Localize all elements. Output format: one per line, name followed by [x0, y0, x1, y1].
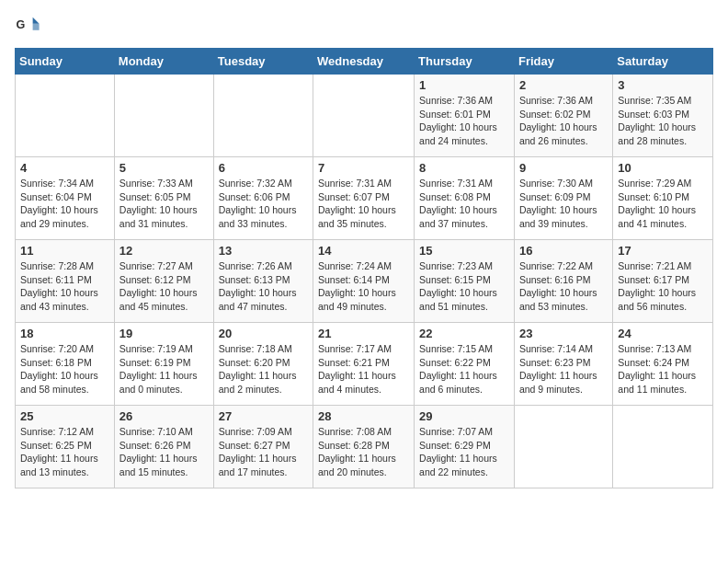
- calendar-cell: 15Sunrise: 7:23 AMSunset: 6:15 PMDayligh…: [415, 240, 515, 323]
- day-detail: Sunrise: 7:13 AMSunset: 6:24 PMDaylight:…: [618, 342, 708, 396]
- week-row-5: 25Sunrise: 7:12 AMSunset: 6:25 PMDayligh…: [16, 406, 713, 488]
- day-number: 1: [419, 78, 509, 92]
- day-detail: Sunrise: 7:27 AMSunset: 6:12 PMDaylight:…: [119, 259, 209, 314]
- day-detail: Sunrise: 7:35 AMSunset: 6:03 PMDaylight:…: [618, 94, 708, 148]
- day-detail: Sunrise: 7:09 AMSunset: 6:27 PMDaylight:…: [219, 425, 308, 479]
- day-detail: Sunrise: 7:20 AMSunset: 6:18 PMDaylight:…: [20, 342, 109, 396]
- day-number: 12: [119, 244, 209, 258]
- day-number: 24: [618, 327, 708, 340]
- day-detail: Sunrise: 7:12 AMSunset: 6:25 PMDaylight:…: [20, 425, 109, 479]
- calendar-cell: 21Sunrise: 7:17 AMSunset: 6:21 PMDayligh…: [313, 323, 415, 406]
- calendar-cell: 23Sunrise: 7:14 AMSunset: 6:23 PMDayligh…: [514, 323, 612, 406]
- calendar-cell: 6Sunrise: 7:32 AMSunset: 6:06 PMDaylight…: [213, 157, 313, 240]
- day-detail: Sunrise: 7:36 AMSunset: 6:02 PMDaylight:…: [519, 94, 608, 148]
- day-detail: Sunrise: 7:08 AMSunset: 6:28 PMDaylight:…: [318, 425, 409, 479]
- day-detail: Sunrise: 7:18 AMSunset: 6:20 PMDaylight:…: [219, 342, 308, 396]
- day-number: 8: [419, 161, 509, 175]
- logo: G: [15, 15, 44, 40]
- calendar-cell: 26Sunrise: 7:10 AMSunset: 6:26 PMDayligh…: [114, 406, 213, 488]
- day-number: 25: [20, 409, 109, 423]
- calendar-cell: 1Sunrise: 7:36 AMSunset: 6:01 PMDaylight…: [415, 75, 515, 157]
- week-row-1: 1Sunrise: 7:36 AMSunset: 6:01 PMDaylight…: [16, 75, 713, 157]
- day-number: 22: [419, 327, 509, 340]
- day-detail: Sunrise: 7:14 AMSunset: 6:23 PMDaylight:…: [519, 342, 608, 396]
- day-number: 15: [419, 244, 509, 258]
- day-detail: Sunrise: 7:21 AMSunset: 6:17 PMDaylight:…: [618, 259, 708, 314]
- calendar-cell: 20Sunrise: 7:18 AMSunset: 6:20 PMDayligh…: [213, 323, 313, 406]
- day-number: 23: [519, 327, 608, 340]
- header-wednesday: Wednesday: [313, 49, 415, 75]
- calendar-cell: 12Sunrise: 7:27 AMSunset: 6:12 PMDayligh…: [114, 240, 213, 323]
- header-thursday: Thursday: [415, 49, 515, 75]
- day-detail: Sunrise: 7:31 AMSunset: 6:08 PMDaylight:…: [419, 177, 509, 231]
- day-number: 14: [318, 244, 409, 258]
- day-detail: Sunrise: 7:31 AMSunset: 6:07 PMDaylight:…: [318, 177, 409, 231]
- calendar-cell: 19Sunrise: 7:19 AMSunset: 6:19 PMDayligh…: [114, 323, 213, 406]
- calendar-cell: 14Sunrise: 7:24 AMSunset: 6:14 PMDayligh…: [313, 240, 415, 323]
- calendar-cell: 24Sunrise: 7:13 AMSunset: 6:24 PMDayligh…: [613, 323, 713, 406]
- day-detail: Sunrise: 7:23 AMSunset: 6:15 PMDaylight:…: [419, 259, 509, 314]
- day-number: 3: [618, 78, 708, 92]
- calendar-cell: 10Sunrise: 7:29 AMSunset: 6:10 PMDayligh…: [613, 157, 713, 240]
- day-number: 9: [519, 161, 608, 175]
- day-number: 29: [419, 409, 509, 423]
- day-number: 26: [119, 409, 209, 423]
- calendar-table: SundayMondayTuesdayWednesdayThursdayFrid…: [15, 48, 713, 488]
- week-row-4: 18Sunrise: 7:20 AMSunset: 6:18 PMDayligh…: [16, 323, 713, 406]
- day-detail: Sunrise: 7:07 AMSunset: 6:29 PMDaylight:…: [419, 425, 509, 479]
- header: G: [15, 15, 713, 40]
- calendar-cell: 16Sunrise: 7:22 AMSunset: 6:16 PMDayligh…: [514, 240, 612, 323]
- calendar-cell: [16, 75, 115, 157]
- svg-marker-2: [33, 17, 40, 24]
- calendar-cell: 11Sunrise: 7:28 AMSunset: 6:11 PMDayligh…: [16, 240, 115, 323]
- day-detail: Sunrise: 7:19 AMSunset: 6:19 PMDaylight:…: [119, 342, 209, 396]
- header-friday: Friday: [514, 49, 612, 75]
- day-number: 17: [618, 244, 708, 258]
- day-number: 10: [618, 161, 708, 175]
- calendar-cell: 28Sunrise: 7:08 AMSunset: 6:28 PMDayligh…: [313, 406, 415, 488]
- calendar-cell: 25Sunrise: 7:12 AMSunset: 6:25 PMDayligh…: [16, 406, 115, 488]
- day-detail: Sunrise: 7:34 AMSunset: 6:04 PMDaylight:…: [20, 177, 109, 231]
- day-detail: Sunrise: 7:15 AMSunset: 6:22 PMDaylight:…: [419, 342, 509, 396]
- calendar-cell: 22Sunrise: 7:15 AMSunset: 6:22 PMDayligh…: [415, 323, 515, 406]
- day-detail: Sunrise: 7:26 AMSunset: 6:13 PMDaylight:…: [219, 259, 308, 314]
- calendar-cell: [313, 75, 415, 157]
- header-monday: Monday: [114, 49, 213, 75]
- calendar-cell: 27Sunrise: 7:09 AMSunset: 6:27 PMDayligh…: [213, 406, 313, 488]
- day-number: 27: [219, 409, 308, 423]
- week-row-2: 4Sunrise: 7:34 AMSunset: 6:04 PMDaylight…: [16, 157, 713, 240]
- day-number: 19: [119, 327, 209, 340]
- calendar-cell: 29Sunrise: 7:07 AMSunset: 6:29 PMDayligh…: [415, 406, 515, 488]
- day-number: 16: [519, 244, 608, 258]
- day-number: 20: [219, 327, 308, 340]
- day-detail: Sunrise: 7:22 AMSunset: 6:16 PMDaylight:…: [519, 259, 608, 314]
- day-detail: Sunrise: 7:32 AMSunset: 6:06 PMDaylight:…: [219, 177, 308, 231]
- day-number: 21: [318, 327, 409, 340]
- header-tuesday: Tuesday: [213, 49, 313, 75]
- calendar-header-row: SundayMondayTuesdayWednesdayThursdayFrid…: [16, 49, 713, 75]
- day-number: 11: [20, 244, 109, 258]
- day-number: 18: [20, 327, 109, 340]
- calendar-cell: 8Sunrise: 7:31 AMSunset: 6:08 PMDaylight…: [415, 157, 515, 240]
- calendar-cell: [114, 75, 213, 157]
- day-detail: Sunrise: 7:24 AMSunset: 6:14 PMDaylight:…: [318, 259, 409, 314]
- header-saturday: Saturday: [613, 49, 713, 75]
- day-number: 6: [219, 161, 308, 175]
- day-number: 5: [119, 161, 209, 175]
- calendar-cell: [613, 406, 713, 488]
- calendar-cell: 13Sunrise: 7:26 AMSunset: 6:13 PMDayligh…: [213, 240, 313, 323]
- calendar-cell: 2Sunrise: 7:36 AMSunset: 6:02 PMDaylight…: [514, 75, 612, 157]
- day-detail: Sunrise: 7:33 AMSunset: 6:05 PMDaylight:…: [119, 177, 209, 231]
- calendar-cell: 18Sunrise: 7:20 AMSunset: 6:18 PMDayligh…: [16, 323, 115, 406]
- week-row-3: 11Sunrise: 7:28 AMSunset: 6:11 PMDayligh…: [16, 240, 713, 323]
- header-sunday: Sunday: [16, 49, 115, 75]
- day-number: 7: [318, 161, 409, 175]
- svg-text:G: G: [16, 18, 25, 31]
- day-number: 28: [318, 409, 409, 423]
- day-detail: Sunrise: 7:17 AMSunset: 6:21 PMDaylight:…: [318, 342, 409, 396]
- calendar-cell: [213, 75, 313, 157]
- day-number: 4: [20, 161, 109, 175]
- calendar-cell: 9Sunrise: 7:30 AMSunset: 6:09 PMDaylight…: [514, 157, 612, 240]
- calendar-cell: 17Sunrise: 7:21 AMSunset: 6:17 PMDayligh…: [613, 240, 713, 323]
- day-detail: Sunrise: 7:28 AMSunset: 6:11 PMDaylight:…: [20, 259, 109, 314]
